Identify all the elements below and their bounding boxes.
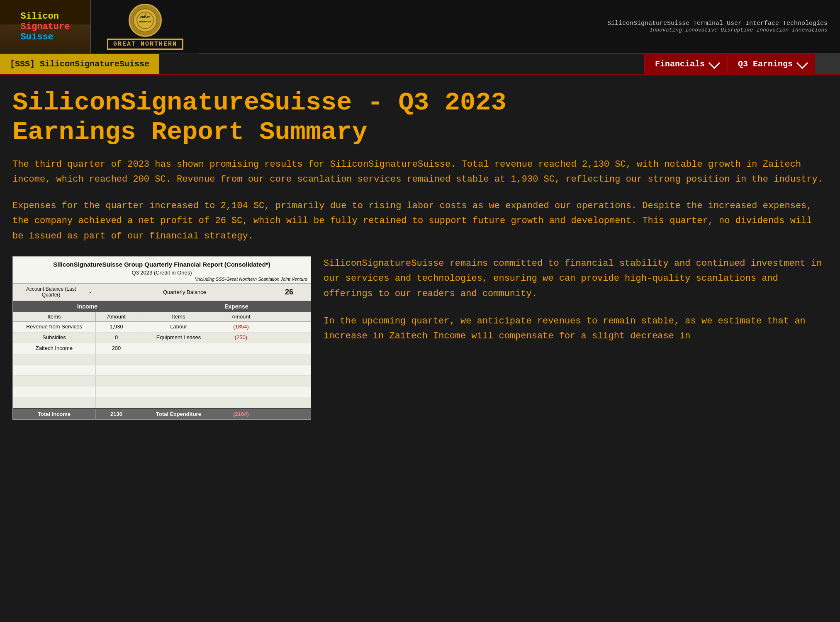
balance-dash: - bbox=[84, 289, 97, 295]
col-expense-header: Expense bbox=[162, 301, 311, 312]
row8-amount2 bbox=[220, 397, 262, 408]
row8-amount1 bbox=[96, 397, 137, 408]
row4-amount2 bbox=[220, 354, 262, 364]
navbar-financials[interactable]: Financials bbox=[644, 54, 727, 74]
right-paragraph-1: SiliconSignatureSuisse remains committed… bbox=[324, 256, 828, 301]
col-headers: Income Expense bbox=[13, 301, 311, 312]
row6-amount1 bbox=[96, 376, 137, 386]
row7-amount1 bbox=[96, 386, 137, 397]
navbar-q3-earnings[interactable]: Q3 Earnings bbox=[727, 54, 815, 74]
row6-amount2 bbox=[220, 376, 262, 386]
logo-silicon: Silicon bbox=[21, 11, 70, 22]
main-content: SiliconSignatureSuisse - Q3 2023Earnings… bbox=[0, 75, 840, 432]
bottom-section: SiliconSignatureSuisse Group Quarterly F… bbox=[12, 256, 828, 420]
header-info: SiliconSignatureSuisse Terminal User Int… bbox=[607, 20, 840, 33]
row4-item1 bbox=[13, 354, 96, 364]
row7-item2 bbox=[137, 386, 220, 397]
chevron-down-icon-2 bbox=[796, 57, 808, 69]
table-row bbox=[13, 386, 311, 397]
balance-quarterly-label: Quarterly Balance bbox=[97, 289, 273, 295]
row2-amount1: 0 bbox=[96, 333, 137, 343]
table-row: Zaitech Income 200 bbox=[13, 343, 311, 354]
sub-items-header: Items bbox=[13, 312, 96, 321]
system-name: SiliconSignatureSuisse Terminal User Int… bbox=[607, 20, 828, 27]
expenses-paragraph: Expenses for the quarter increased to 2,… bbox=[12, 199, 828, 244]
page-header: Silicon Signature Suisse GREAT NORTHERN … bbox=[0, 0, 840, 54]
balance-label: Account Balance (Last Quarter) bbox=[18, 286, 84, 298]
row1-item2: Labour bbox=[137, 322, 220, 332]
logo-left: Silicon Signature Suisse bbox=[0, 0, 91, 53]
navbar-q3-earnings-label: Q3 Earnings bbox=[738, 59, 793, 69]
right-text-section: SiliconSignatureSuisse remains committed… bbox=[324, 256, 828, 344]
logo-signature: Signature bbox=[21, 22, 70, 32]
right-paragraph-2: In the upcoming quarter, we anticipate r… bbox=[324, 314, 828, 344]
table-row bbox=[13, 365, 311, 376]
row5-amount1 bbox=[96, 365, 137, 375]
intro-paragraph: The third quarter of 2023 has shown prom… bbox=[12, 157, 828, 187]
row3-item1: Zaitech Income bbox=[13, 343, 96, 354]
total-row: Total Income 2130 Total Expenditure (210… bbox=[13, 408, 311, 419]
sub-amount-header: Amount bbox=[96, 312, 137, 321]
table-row bbox=[13, 354, 311, 365]
row5-item1 bbox=[13, 365, 96, 375]
table-row: Revenue from Services 1,930 Labour (1854… bbox=[13, 322, 311, 333]
total-expense-value: (2104) bbox=[220, 409, 262, 419]
row1-amount2: (1854) bbox=[220, 322, 262, 332]
row1-item1: Revenue from Services bbox=[13, 322, 96, 332]
sub-headers: Items Amount Items Amount bbox=[13, 312, 311, 322]
row2-amount2: (250) bbox=[220, 333, 262, 343]
navbar-financials-label: Financials bbox=[655, 59, 705, 69]
row6-item1 bbox=[13, 376, 96, 386]
logo-right: GREAT NORTHERN GREAT NORTHERN bbox=[91, 0, 199, 53]
row3-amount1: 200 bbox=[96, 343, 137, 354]
page-title: SiliconSignatureSuisse - Q3 2023Earnings… bbox=[12, 88, 828, 147]
total-income-value: 2130 bbox=[96, 409, 137, 419]
row7-amount2 bbox=[220, 386, 262, 397]
col-income-header: Income bbox=[13, 301, 162, 312]
row5-item2 bbox=[137, 365, 220, 375]
row4-item2 bbox=[137, 354, 220, 364]
table-note: *Including SSS-Great Northern Scanlation… bbox=[13, 277, 311, 283]
great-northern-emblem: GREAT NORTHERN bbox=[129, 4, 162, 37]
row6-item2 bbox=[137, 376, 220, 386]
row8-item2 bbox=[137, 397, 220, 408]
table-subtitle: Q3 2023 (Credit in Ones) bbox=[13, 269, 311, 277]
navbar: [SSS] SiliconSignatureSuisse Financials … bbox=[0, 54, 840, 75]
navbar-brand: [SSS] SiliconSignatureSuisse bbox=[0, 54, 159, 74]
row2-item2: Equipment Leases bbox=[137, 333, 220, 343]
balance-row: Account Balance (Last Quarter) - Quarter… bbox=[13, 283, 311, 301]
table-row bbox=[13, 376, 311, 386]
row8-item1 bbox=[13, 397, 96, 408]
svg-text:NORTHERN: NORTHERN bbox=[139, 20, 151, 23]
table-title: SiliconSignatureSuisse Group Quarterly F… bbox=[13, 257, 311, 269]
row3-amount2 bbox=[220, 343, 262, 354]
row5-amount2 bbox=[220, 365, 262, 375]
row1-amount1: 1,930 bbox=[96, 322, 137, 332]
sub-items2-header: Items bbox=[137, 312, 220, 321]
great-northern-text: GREAT NORTHERN bbox=[107, 39, 183, 50]
row7-item1 bbox=[13, 386, 96, 397]
tagline: Innovating Innovative Disruptive Innovat… bbox=[607, 27, 828, 33]
row3-item2 bbox=[137, 343, 220, 354]
financial-table: SiliconSignatureSuisse Group Quarterly F… bbox=[12, 256, 311, 420]
sub-amount2-header: Amount bbox=[220, 312, 262, 321]
total-expense-label: Total Expenditure bbox=[137, 409, 220, 419]
total-income-label: Total Income bbox=[13, 409, 96, 419]
chevron-down-icon bbox=[709, 57, 720, 69]
logo-suisse: Suisse bbox=[21, 32, 70, 42]
table-row bbox=[13, 397, 311, 408]
row2-item1: Subsidies bbox=[13, 333, 96, 343]
balance-value: 26 bbox=[273, 288, 306, 296]
table-row: Subsidies 0 Equipment Leases (250) bbox=[13, 333, 311, 343]
row4-amount1 bbox=[96, 354, 137, 364]
